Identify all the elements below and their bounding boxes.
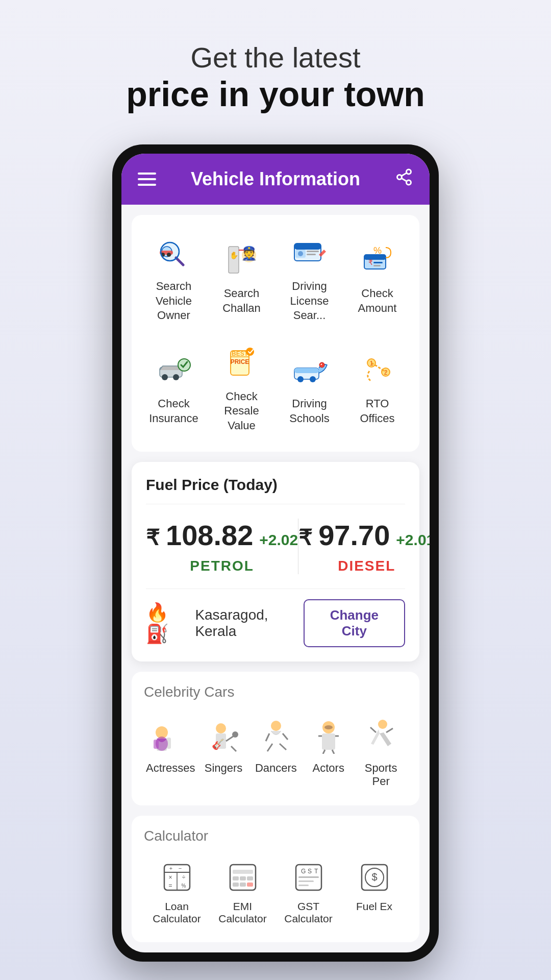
search-challan-icon: ✋ 👮 — [221, 240, 262, 281]
grid-item-search-challan[interactable]: ✋ 👮 Search Challan — [212, 227, 271, 329]
svg-point-50 — [156, 737, 168, 751]
svg-rect-20 — [307, 251, 319, 252]
driving-schools-label: Driving Schools — [282, 397, 337, 426]
menu-button[interactable] — [138, 173, 156, 186]
celebrity-section: Celebrity Cars Actresses — [132, 672, 419, 805]
grid-item-rto-offices[interactable]: 1 2 RTO Offices — [347, 337, 407, 439]
svg-text:✋: ✋ — [229, 251, 238, 260]
check-insurance-icon — [154, 351, 194, 391]
emi-calculator-item[interactable]: EMI Calculator — [210, 854, 276, 930]
svg-text:2: 2 — [384, 369, 387, 376]
grid-item-check-amount[interactable]: % ₹ Check Amount — [347, 227, 407, 329]
search-vehicle-owner-label: Search Vehicle Owner — [146, 279, 202, 323]
svg-line-59 — [280, 744, 286, 750]
emi-calculator-icon — [225, 860, 261, 895]
rto-offices-icon: 1 2 — [357, 351, 398, 391]
sports-icon — [361, 716, 402, 756]
phone-frame: Vehicle Information — [112, 144, 439, 962]
loan-calculator-label: Loan Calculator — [146, 900, 208, 925]
check-resale-label: Check Resale Value — [214, 389, 269, 433]
grid-item-search-vehicle-owner[interactable]: Search Vehicle Owner — [144, 227, 204, 329]
diesel-change: +2.01 — [396, 531, 430, 549]
fuel-footer: 🔥⛽ Kasaragod, Kerala Change City — [146, 589, 405, 647]
grid-item-check-resale[interactable]: BEST PRICE Check Resale Value — [212, 337, 271, 439]
grid-item-driving-license[interactable]: Driving License Sear... — [280, 227, 339, 329]
svg-text:%: % — [373, 246, 381, 256]
petrol-label: PETROL — [190, 558, 254, 574]
svg-point-54 — [232, 731, 238, 738]
svg-point-22 — [298, 251, 303, 256]
svg-text:$: $ — [371, 871, 377, 883]
svg-text:T: T — [314, 868, 318, 875]
emi-calculator-label: EMI Calculator — [212, 900, 273, 925]
svg-rect-82 — [247, 883, 253, 887]
loan-calculator-item[interactable]: + − × ÷ = % Loan Calculator — [144, 854, 210, 930]
svg-point-39 — [297, 376, 304, 382]
svg-rect-77 — [233, 876, 239, 880]
svg-rect-80 — [233, 883, 239, 887]
svg-rect-87 — [298, 876, 319, 878]
gst-calculator-item[interactable]: G S T GST Calculator — [276, 854, 341, 930]
svg-text:₹: ₹ — [368, 258, 372, 266]
calculator-section: Calculator + − × ÷ = % — [132, 816, 419, 942]
dancers-icon — [256, 716, 296, 756]
gst-calculator-icon: G S T — [291, 860, 327, 895]
check-amount-icon: % ₹ — [357, 240, 398, 281]
celebrity-item-sports[interactable]: Sports Per — [355, 710, 407, 793]
singers-label: Singers — [205, 762, 243, 775]
svg-point-30 — [162, 374, 168, 380]
fuel-price-section: Fuel Price (Today) ₹ 108.82 +2.02 PETROL — [132, 462, 419, 662]
hero-line1: Get the latest — [126, 41, 425, 74]
celebrity-item-actresses[interactable]: Actresses — [144, 710, 197, 793]
svg-point-9 — [167, 253, 171, 257]
svg-text:1: 1 — [369, 360, 373, 367]
singers-icon: 🎸 — [203, 716, 244, 756]
svg-line-58 — [267, 744, 272, 751]
petrol-amount: ₹ 108.82 +2.02 — [146, 519, 298, 552]
fuel-prices: ₹ 108.82 +2.02 PETROL ₹ 97.70 +2.01 DIES… — [146, 504, 405, 589]
change-city-button[interactable]: Change City — [304, 599, 405, 647]
search-challan-label: Search Challan — [214, 286, 269, 315]
fuel-price-title: Fuel Price (Today) — [146, 476, 405, 494]
svg-text:=: = — [168, 882, 172, 889]
svg-rect-38 — [294, 368, 319, 373]
svg-rect-76 — [233, 870, 253, 874]
svg-rect-78 — [240, 876, 246, 880]
svg-line-63 — [332, 750, 334, 754]
svg-point-65 — [378, 720, 387, 729]
svg-point-36 — [246, 348, 254, 356]
diesel-symbol: ₹ — [298, 525, 312, 550]
svg-point-40 — [310, 376, 316, 382]
svg-text:PRICE: PRICE — [230, 358, 249, 365]
petrol-symbol: ₹ — [146, 525, 160, 550]
fuel-ex-icon: $ — [357, 860, 392, 895]
check-insurance-label: Check Insurance — [146, 397, 202, 426]
calculator-section-title: Calculator — [144, 828, 407, 844]
share-icon[interactable] — [395, 168, 413, 190]
fuel-ex-item[interactable]: $ Fuel Ex — [341, 854, 407, 930]
celebrity-item-actors[interactable]: Actors — [302, 710, 355, 793]
actors-icon — [308, 716, 349, 756]
loan-calculator-icon: + − × ÷ = % — [159, 860, 195, 895]
celebrity-section-title: Celebrity Cars — [144, 684, 407, 700]
grid-item-check-insurance[interactable]: Check Insurance — [144, 337, 204, 439]
fuel-location: 🔥⛽ Kasaragod, Kerala — [146, 602, 304, 645]
diesel-label: DIESEL — [338, 558, 395, 574]
svg-line-3 — [402, 178, 407, 181]
app-title: Vehicle Information — [191, 168, 360, 190]
svg-line-10 — [176, 258, 183, 265]
svg-rect-12 — [229, 247, 239, 273]
diesel-col: ₹ 97.70 +2.01 DIESEL — [298, 519, 430, 574]
svg-text:÷: ÷ — [182, 874, 185, 881]
svg-line-53 — [226, 736, 234, 741]
svg-text:%: % — [181, 883, 186, 889]
diesel-value: 97.70 — [318, 519, 390, 552]
actresses-label: Actresses — [146, 762, 195, 775]
grid-item-driving-schools[interactable]: Driving Schools — [280, 337, 339, 439]
celebrity-item-dancers[interactable]: Dancers — [249, 710, 302, 793]
hero-line2: price in your town — [126, 74, 425, 114]
petrol-col: ₹ 108.82 +2.02 PETROL — [146, 519, 298, 574]
app-header: Vehicle Information — [121, 154, 430, 205]
celebrity-item-singers[interactable]: 🎸 Singers — [197, 710, 250, 793]
fuel-location-text: Kasaragod, Kerala — [195, 607, 303, 640]
